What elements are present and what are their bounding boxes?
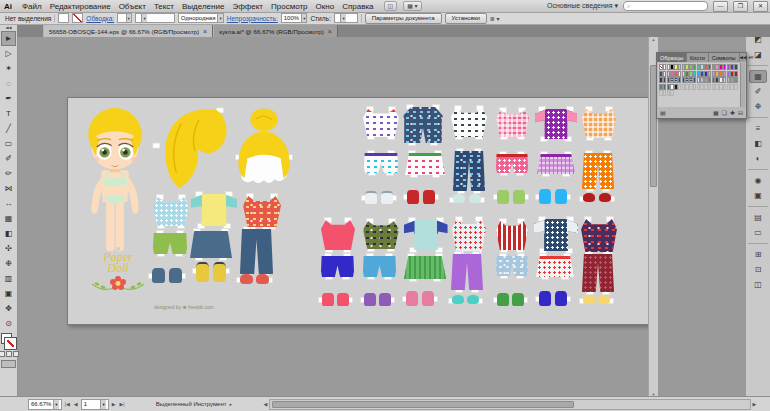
heart-trim-skirt[interactable] bbox=[536, 256, 574, 277]
menu-item-0[interactable]: Файл bbox=[18, 2, 46, 11]
align-panel-icon[interactable]: ⊞ bbox=[749, 248, 767, 261]
layers-panel-icon[interactable]: ▤ bbox=[749, 211, 767, 224]
magic-wand-tool[interactable]: ✶ bbox=[1, 61, 16, 76]
scroll-left-icon[interactable]: ◀ bbox=[262, 401, 269, 407]
stroke-color-control[interactable] bbox=[72, 13, 83, 23]
stroke-swatch[interactable] bbox=[5, 338, 16, 349]
direct-selection-tool[interactable]: ▷ bbox=[1, 46, 16, 61]
rectangle-tool[interactable]: ▭ bbox=[1, 136, 16, 151]
document-tab[interactable]: 56658-OBOSQE-144.eps @ 66.67% (RGB/Просм… bbox=[43, 25, 213, 37]
menu-item-3[interactable]: Текст bbox=[150, 2, 178, 11]
pink-gingham-top[interactable] bbox=[496, 110, 529, 137]
tab-close-icon[interactable]: × bbox=[328, 28, 332, 35]
royal-blue-shorts[interactable] bbox=[321, 256, 354, 277]
eyedropper-tool[interactable]: ✣ bbox=[1, 241, 16, 256]
brush-select[interactable]: ▾ bbox=[135, 13, 175, 23]
swatch-scrollbar[interactable] bbox=[740, 63, 745, 107]
delete-swatch-icon[interactable]: ⊟ bbox=[738, 109, 743, 116]
show-swatch-kinds-icon[interactable]: ▦ bbox=[713, 109, 719, 116]
stroke-panel-link[interactable]: Обводка: bbox=[86, 15, 114, 22]
horizontal-scroll-track[interactable] bbox=[269, 399, 751, 410]
color-swatch[interactable] bbox=[670, 90, 674, 96]
doll-yellow-boots[interactable] bbox=[196, 262, 226, 282]
plaid-skirt[interactable] bbox=[537, 154, 575, 174]
symbol-sprayer-tool[interactable]: ❉ bbox=[1, 256, 16, 271]
gradient-tool[interactable]: ◧ bbox=[1, 226, 16, 241]
preferences-button[interactable]: Установки bbox=[445, 13, 487, 24]
maroon-heart-pants[interactable] bbox=[582, 254, 614, 292]
screen-mode-button[interactable] bbox=[1, 360, 16, 368]
olive-print-top[interactable] bbox=[363, 221, 399, 249]
lasso-tool[interactable]: ◌ bbox=[1, 76, 16, 91]
sky-blue-shorts[interactable] bbox=[363, 256, 396, 277]
width-profile-dropdown-icon[interactable]: ▾ bbox=[217, 14, 222, 22]
pale-teal-sandals[interactable] bbox=[453, 194, 481, 203]
opacity-dropdown-icon[interactable]: ▾ bbox=[301, 14, 306, 22]
menu-item-2[interactable]: Объект bbox=[115, 2, 150, 11]
brush-dropdown-icon[interactable]: ▾ bbox=[141, 14, 146, 22]
swatch-options-icon[interactable]: ❏ bbox=[722, 109, 727, 116]
zoom-tool[interactable]: ⊙ bbox=[1, 316, 16, 331]
menu-item-5[interactable]: Эффект bbox=[228, 2, 267, 11]
white-sneakers[interactable] bbox=[365, 191, 393, 204]
stroke-weight-dropdown-icon[interactable]: ▾ bbox=[126, 14, 131, 22]
arrange-documents-button[interactable]: ▦ ▾ bbox=[403, 1, 421, 11]
pink-tank-top[interactable] bbox=[321, 220, 355, 250]
green-band-skirt[interactable] bbox=[405, 153, 445, 175]
swatch-libraries-icon[interactable]: ▤ bbox=[660, 109, 666, 116]
bun-hairpiece[interactable] bbox=[235, 106, 293, 192]
artboard-tool[interactable]: ▣ bbox=[1, 286, 16, 301]
green-skirt[interactable] bbox=[404, 256, 446, 279]
fill-color-control[interactable] bbox=[58, 13, 69, 23]
color-swatch[interactable] bbox=[734, 77, 738, 83]
tools-panel-collapse[interactable]: ◀◀ bbox=[5, 24, 11, 31]
artboards-panel-icon[interactable]: ▭ bbox=[749, 226, 767, 239]
stroke-weight-select[interactable]: ▾ bbox=[117, 13, 132, 23]
coral-shoes[interactable] bbox=[322, 293, 349, 306]
doll-red-sandals[interactable] bbox=[240, 274, 269, 284]
panel-tab-0[interactable]: Образцы bbox=[657, 53, 687, 62]
red-boots[interactable] bbox=[407, 190, 435, 204]
paintbrush-tool[interactable]: ✐ bbox=[1, 151, 16, 166]
horizontal-scrollbar[interactable]: ◀ ▶ bbox=[262, 399, 758, 409]
red-striped-top[interactable] bbox=[496, 221, 528, 250]
paper-doll-badge[interactable]: ✕ Paper Doll bbox=[85, 247, 151, 296]
blue-boots[interactable] bbox=[539, 189, 567, 204]
transparency-panel-icon[interactable]: ◐ bbox=[749, 152, 767, 165]
control-bar-menu-icon[interactable]: ≣ ▾ bbox=[490, 15, 500, 22]
graph-tool[interactable]: ▥ bbox=[1, 271, 16, 286]
graphic-styles-panel-icon[interactable]: ▣ bbox=[749, 189, 767, 202]
retro-print-top[interactable] bbox=[363, 109, 399, 137]
minimize-button[interactable]: — bbox=[713, 1, 728, 12]
doll-floral-top[interactable] bbox=[243, 196, 281, 227]
menu-item-4[interactable]: Выделение bbox=[178, 2, 228, 11]
bridge-button[interactable]: ◫ bbox=[384, 1, 398, 11]
status-indicator[interactable]: Выделенный Инструмент bbox=[156, 401, 227, 407]
doll-green-shorts[interactable] bbox=[153, 233, 187, 254]
document-tab[interactable]: кукла.ai* @ 66.67% (RGB/Просмотр)× bbox=[213, 25, 338, 37]
style-select[interactable]: ▾ bbox=[334, 13, 358, 23]
collapse-panel-icon[interactable]: ◀◀ bbox=[740, 55, 747, 60]
doll-blue-boots[interactable] bbox=[152, 268, 182, 283]
green-shoes[interactable] bbox=[497, 293, 524, 306]
none-mode-button[interactable] bbox=[13, 351, 19, 357]
raglan-tee[interactable] bbox=[404, 220, 448, 250]
ponytail-hairpiece[interactable] bbox=[151, 106, 233, 192]
new-swatch-icon[interactable]: ✚ bbox=[730, 109, 735, 116]
doll-yellow-tee[interactable] bbox=[191, 194, 237, 226]
panel-menu-icon[interactable]: ▾≡ bbox=[748, 55, 753, 60]
scroll-right-icon[interactable]: ▶ bbox=[751, 401, 758, 407]
status-menu-icon[interactable]: ▸ bbox=[229, 401, 234, 407]
denim-romper[interactable] bbox=[403, 107, 443, 143]
print-tank-top[interactable] bbox=[451, 108, 487, 137]
free-transform-tool[interactable]: ↔ bbox=[1, 196, 16, 211]
last-artboard-button[interactable]: ▶| bbox=[119, 401, 126, 407]
document-setup-button[interactable]: Параметры документа bbox=[365, 13, 442, 24]
zoom-dropdown-icon[interactable]: ▾ bbox=[53, 400, 58, 409]
workspace-switcher[interactable]: Основные сведения ▾ bbox=[547, 2, 618, 10]
stroke-panel-icon[interactable]: ≡ bbox=[749, 122, 767, 135]
gradient-mode-button[interactable] bbox=[6, 351, 12, 357]
menu-item-8[interactable]: Справка bbox=[338, 2, 377, 11]
opacity-select[interactable]: 100%▾ bbox=[281, 13, 308, 23]
line-tool[interactable]: ╱ bbox=[1, 121, 16, 136]
